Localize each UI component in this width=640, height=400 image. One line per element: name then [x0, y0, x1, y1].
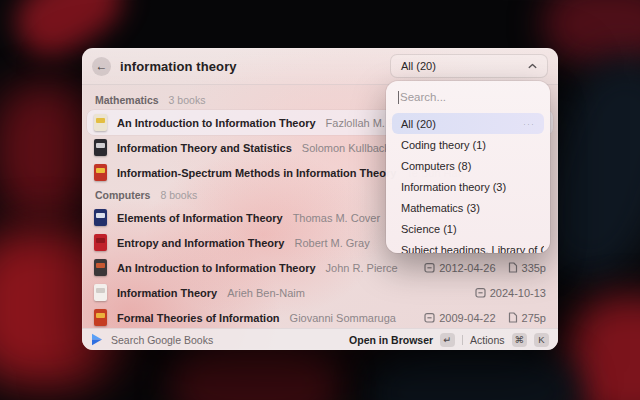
return-keycap: ↵: [440, 333, 455, 347]
section-name: Mathematics: [95, 94, 159, 106]
calendar-icon: [424, 312, 435, 323]
book-cover-icon: [94, 259, 107, 276]
book-author: Robert M. Gray: [294, 237, 369, 249]
calendar-icon: [424, 262, 435, 273]
publish-date: 2012-04-26: [424, 262, 495, 274]
dropdown-item-list: All (20) ··· Coding theory (1) Computers…: [386, 113, 550, 253]
dropdown-item-subject-headings[interactable]: Subject headings, Library of Con...: [392, 239, 544, 253]
publish-date: 2009-04-22: [424, 312, 495, 324]
book-title: Information-Spectrum Methods in Informat…: [117, 167, 396, 179]
book-cover-icon: [94, 114, 107, 131]
book-cover-icon: [94, 234, 107, 251]
dropdown-item-information-theory[interactable]: Information theory (3): [392, 176, 544, 197]
back-arrow-icon: ←: [96, 59, 108, 73]
book-title: Information Theory: [117, 287, 217, 299]
book-title: Elements of Information Theory: [117, 212, 283, 224]
command-keycap: ⌘: [512, 333, 528, 347]
section-count: 8 books: [160, 189, 197, 201]
dropdown-item-coding-theory[interactable]: Coding theory (1): [392, 134, 544, 155]
search-topbar: ← information theory All (20): [82, 48, 558, 85]
chevron-up-icon: [528, 63, 537, 69]
text-cursor: [398, 91, 399, 104]
dropdown-item-mathematics[interactable]: Mathematics (3): [392, 197, 544, 218]
k-keycap: K: [534, 333, 549, 347]
extension-source-label: Search Google Books: [111, 334, 213, 346]
dropdown-item-computers[interactable]: Computers (8): [392, 155, 544, 176]
dropdown-item-science[interactable]: Science (1): [392, 218, 544, 239]
actions-menu-button[interactable]: Actions: [470, 334, 504, 346]
book-title: An Introduction to Information Theory: [117, 117, 316, 129]
action-bar: Search Google Books Open in Browser ↵ Ac…: [82, 328, 558, 350]
book-author: John R. Pierce: [326, 262, 398, 274]
book-title: Information Theory and Statistics: [117, 142, 292, 154]
page-icon: [508, 262, 518, 273]
dropdown-search-input[interactable]: Search...: [386, 81, 550, 113]
category-dropdown-panel: Search... All (20) ··· Coding theory (1)…: [386, 81, 550, 253]
dropdown-item-all[interactable]: All (20) ···: [392, 113, 544, 134]
book-author: Thomas M. Cover: [293, 212, 380, 224]
book-cover-icon: [94, 164, 107, 181]
book-cover-icon: [94, 309, 107, 326]
footer-divider: [462, 335, 463, 345]
section-count: 3 books: [169, 94, 206, 106]
google-books-icon: [91, 333, 103, 346]
search-query-text[interactable]: information theory: [120, 59, 237, 74]
book-title: Entropy and Information Theory: [117, 237, 284, 249]
book-cover-icon: [94, 284, 107, 301]
book-row[interactable]: An Introduction to Information Theory Jo…: [87, 255, 553, 280]
book-cover-icon: [94, 139, 107, 156]
book-title: An Introduction to Information Theory: [117, 262, 316, 274]
section-name: Computers: [95, 189, 150, 201]
publish-date: 2024-10-13: [475, 287, 546, 299]
search-placeholder: Search...: [400, 91, 446, 103]
shortcut-hint-dots: ···: [523, 119, 535, 129]
wallpaper-dark-band-bottom: [370, 348, 580, 400]
filter-selected-value: All (20): [401, 60, 436, 72]
book-title: Formal Theories of Information: [117, 312, 280, 324]
back-button[interactable]: ←: [92, 57, 111, 76]
page-count: 275p: [508, 312, 546, 324]
book-author: Giovanni Sommaruga: [290, 312, 396, 324]
open-in-browser-button[interactable]: Open in Browser: [349, 334, 433, 346]
book-author: Solomon Kullback: [302, 142, 390, 154]
category-filter-dropdown-button[interactable]: All (20): [390, 54, 548, 78]
calendar-icon: [475, 287, 486, 298]
book-row[interactable]: Formal Theories of Information Giovanni …: [87, 305, 553, 328]
page-icon: [508, 312, 518, 323]
book-cover-icon: [94, 209, 107, 226]
book-row[interactable]: Information Theory Arieh Ben-Naim 2024-1…: [87, 280, 553, 305]
book-author: Arieh Ben-Naim: [227, 287, 305, 299]
page-count: 335p: [508, 262, 546, 274]
